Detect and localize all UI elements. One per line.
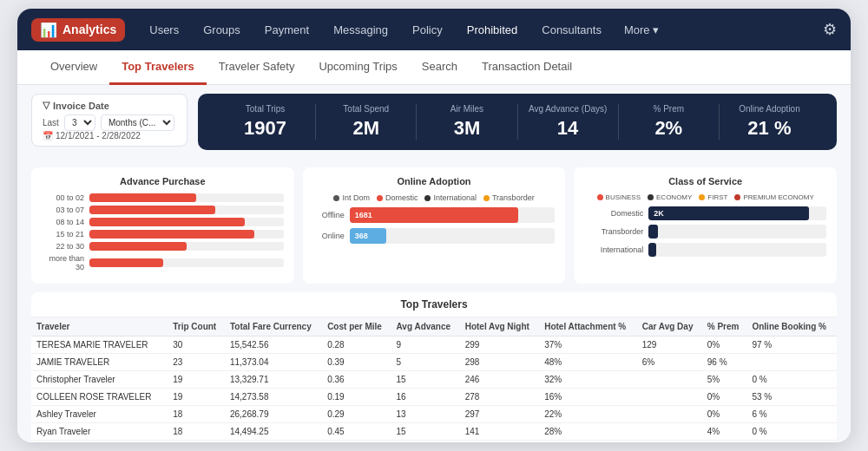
table-header[interactable]: Hotel Avg Night xyxy=(460,317,540,337)
gear-icon[interactable]: ⚙ xyxy=(823,20,837,39)
nav-item-users[interactable]: Users xyxy=(139,18,189,42)
table-cell: 246 xyxy=(460,371,540,389)
table-header[interactable]: Trip Count xyxy=(168,317,225,337)
table-header[interactable]: Avg Advance xyxy=(391,317,459,337)
cos-legend-item: FIRST xyxy=(699,193,727,201)
online-bar-value: 368 xyxy=(355,232,368,240)
table-cell: 0.19 xyxy=(322,389,391,406)
nav-item-groups[interactable]: Groups xyxy=(193,18,251,42)
tab-search[interactable]: Search xyxy=(410,50,470,85)
table-cell: 0 % xyxy=(746,423,837,441)
table-header[interactable]: Cost per Mile xyxy=(322,317,391,337)
bar-label: 15 to 21 xyxy=(42,230,89,239)
cos-bar-row: Domestic 2K xyxy=(584,206,826,220)
table-header[interactable]: Car Avg Day xyxy=(637,317,702,337)
table-header[interactable]: Hotel Attachment % xyxy=(539,317,637,337)
nav-item-prohibited[interactable]: Prohibited xyxy=(457,18,529,42)
cos-bar-fill: 2K xyxy=(648,206,808,220)
table-cell: 19 xyxy=(168,389,225,406)
table-row: Ashley Traveler1826,268.790.291329722%0%… xyxy=(31,406,837,423)
online-bar-value: 1681 xyxy=(355,211,372,219)
table-cell xyxy=(637,389,702,406)
bar-track xyxy=(89,242,284,251)
cos-bar-fill xyxy=(648,243,655,257)
table-cell: COLLEEN ROSE TRAVELER xyxy=(31,389,168,406)
table-cell: 0.28 xyxy=(322,337,391,354)
bar-track xyxy=(89,230,284,239)
bar-label: 00 to 02 xyxy=(42,193,89,202)
bar-row: 03 to 07 xyxy=(42,206,284,214)
tab-overview[interactable]: Overview xyxy=(38,50,109,85)
table-cell: 32% xyxy=(539,371,637,389)
table-cell xyxy=(637,441,702,443)
kpi-avg-advance: Avg Advance (Days) 14 xyxy=(518,104,619,140)
online-bars: Offline 1681 Online 368 xyxy=(313,207,556,244)
table-row: TERESA MARIE TRAVELER3015,542.560.289299… xyxy=(31,337,837,354)
tab-traveler-safety[interactable]: Traveler Safety xyxy=(207,50,307,85)
table-cell: 4% xyxy=(702,423,747,441)
bar-row: more than 30 xyxy=(42,254,284,271)
table-cell: Ashley Traveler xyxy=(31,406,168,423)
table-cell: 305 xyxy=(460,441,540,443)
advance-purchase-title: Advance Purchase xyxy=(42,176,284,186)
top-nav: 📊 Analytics Users Groups Payment Messagi… xyxy=(17,9,851,50)
tab-transaction-detail[interactable]: Transaction Detail xyxy=(470,50,584,85)
cos-bar-label: Transborder xyxy=(584,227,643,236)
advance-purchase-chart: Advance Purchase 00 to 02 03 to 07 08 to… xyxy=(31,167,294,284)
table-cell: 16% xyxy=(539,389,637,406)
table-cell: 97 % xyxy=(746,337,837,354)
filter-amount-select[interactable]: 3 xyxy=(64,114,95,131)
table-cell: 0.45 xyxy=(322,423,391,441)
tab-upcoming-trips[interactable]: Upcoming Trips xyxy=(306,50,409,85)
table-body: TERESA MARIE TRAVELER3015,542.560.289299… xyxy=(31,337,837,443)
bar-track xyxy=(89,206,284,214)
bar-label: 08 to 14 xyxy=(42,218,89,226)
online-bar-row: Online 368 xyxy=(313,228,556,244)
table-box: Top Travelers TravelerTrip CountTotal Fa… xyxy=(31,292,837,442)
tab-top-travelers[interactable]: Top Travelers xyxy=(109,50,207,85)
filter-inner: Last 3 Months (C... xyxy=(43,114,176,131)
table-cell: 11,373.04 xyxy=(225,354,322,371)
table-header[interactable]: Total Fare Currency xyxy=(225,317,322,337)
table-cell xyxy=(637,371,702,389)
table-head: TravelerTrip CountTotal Fare CurrencyCos… xyxy=(31,317,837,337)
table-cell: 15,542.56 xyxy=(225,337,322,354)
online-bar-fill: 368 xyxy=(350,228,387,244)
online-legend: Int Dom Domestic International Transbord… xyxy=(313,193,556,202)
table-cell: 14,273.58 xyxy=(225,389,322,406)
nav-item-messaging[interactable]: Messaging xyxy=(323,18,398,42)
table-cell: 0% xyxy=(702,389,747,406)
cos-bar-track xyxy=(648,225,826,239)
nav-item-payment[interactable]: Payment xyxy=(254,18,319,42)
nav-item-consultants[interactable]: Consultants xyxy=(531,18,612,42)
table-cell: 16 xyxy=(391,389,459,406)
kpi-online-adoption: Online Adoption 21 % xyxy=(720,104,819,140)
table-cell: 100 % xyxy=(746,441,837,443)
table-cell: 28% xyxy=(539,423,637,441)
nav-item-more[interactable]: More ▾ xyxy=(615,18,667,42)
table-scroll[interactable]: TravelerTrip CountTotal Fare CurrencyCos… xyxy=(31,317,837,442)
nav-logo[interactable]: 📊 Analytics xyxy=(31,18,125,42)
table-header[interactable]: Online Booking % xyxy=(746,317,837,337)
table-header[interactable]: % Prem xyxy=(702,317,747,337)
table-cell: 278 xyxy=(460,389,540,406)
table-cell: 30 xyxy=(168,337,225,354)
table-cell: 15 xyxy=(391,423,459,441)
cos-bar-track: 2K xyxy=(648,206,826,220)
cos-title: Class of Service xyxy=(584,176,826,186)
cos-bar-label: International xyxy=(584,245,643,254)
nav-item-policy[interactable]: Policy xyxy=(402,18,453,42)
filter-period-select[interactable]: Months (C... xyxy=(101,114,174,131)
online-bar-track: 1681 xyxy=(350,207,556,223)
cos-bar-label: Domestic xyxy=(584,209,643,218)
table-header[interactable]: Traveler xyxy=(31,317,168,337)
online-bar-label: Online xyxy=(313,232,345,240)
bar-row: 08 to 14 xyxy=(42,218,284,226)
advance-bars: 00 to 02 03 to 07 08 to 14 15 to 21 22 t… xyxy=(42,193,284,271)
table-cell: 129 xyxy=(637,337,702,354)
table-cell: JAMIE TRAVELER xyxy=(31,354,168,371)
cos-bar-track xyxy=(648,243,826,257)
table-cell: 299 xyxy=(460,337,540,354)
table-cell: 0% xyxy=(702,406,747,423)
sub-nav: Overview Top Travelers Traveler Safety U… xyxy=(17,50,851,85)
